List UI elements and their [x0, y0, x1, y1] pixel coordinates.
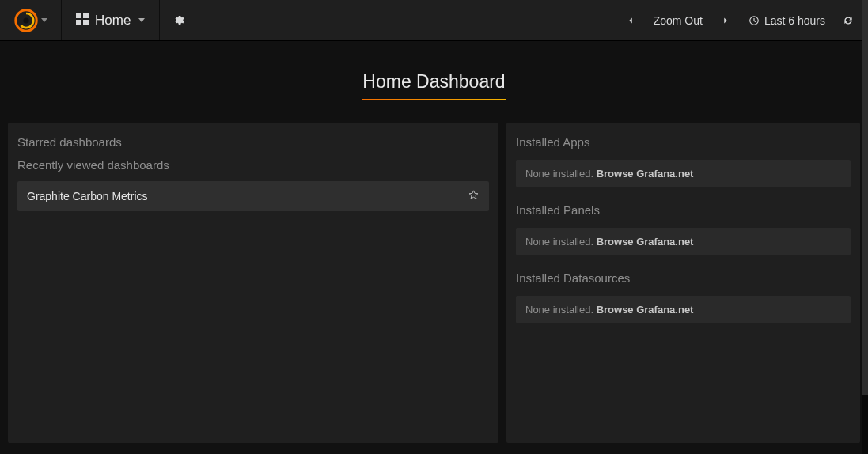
- refresh-button[interactable]: [836, 0, 860, 40]
- svg-rect-3: [83, 13, 89, 18]
- refresh-icon: [843, 15, 854, 26]
- panels-empty-box: None installed. Browse Grafana.net: [516, 228, 851, 255]
- chevron-right-icon: [720, 15, 731, 26]
- dashboard-item-name: Graphite Carbon Metrics: [27, 190, 468, 202]
- time-back-button[interactable]: [619, 0, 642, 40]
- dashboard-list-item[interactable]: Graphite Carbon Metrics: [17, 181, 489, 211]
- svg-rect-5: [83, 20, 89, 25]
- clock-icon: [749, 15, 760, 26]
- navbar-right: Zoom Out Last 6 hours: [619, 0, 868, 40]
- settings-button[interactable]: [160, 0, 197, 40]
- svg-point-1: [23, 17, 28, 23]
- time-range-label: Last 6 hours: [764, 14, 825, 27]
- plugins-panel: Installed Apps None installed. Browse Gr…: [506, 123, 860, 443]
- zoom-out-button[interactable]: Zoom Out: [646, 0, 711, 40]
- installed-panels-header: Installed Panels: [516, 199, 851, 221]
- scrollbar[interactable]: [862, 0, 868, 454]
- dashboard-picker[interactable]: Home: [62, 0, 160, 40]
- dashboards-panel: Starred dashboards Recently viewed dashb…: [8, 123, 498, 443]
- grafana-logo[interactable]: [0, 0, 62, 40]
- star-button[interactable]: [468, 189, 479, 203]
- panels-none-text: None installed.: [525, 236, 597, 248]
- scrollbar-thumb[interactable]: [862, 0, 868, 395]
- svg-rect-2: [76, 13, 81, 18]
- recent-header: Recently viewed dashboards: [17, 153, 489, 176]
- starred-header: Starred dashboards: [17, 131, 489, 153]
- installed-apps-header: Installed Apps: [516, 131, 851, 153]
- logo-caret-icon: [41, 18, 47, 22]
- top-navbar: Home Zoom Out Last 6 hours: [0, 0, 868, 41]
- zoom-out-label: Zoom Out: [654, 14, 703, 27]
- apps-empty-box: None installed. Browse Grafana.net: [516, 160, 851, 187]
- panels-browse-link[interactable]: Browse Grafana.net: [597, 236, 694, 248]
- datasources-empty-box: None installed. Browse Grafana.net: [516, 296, 851, 323]
- datasources-none-text: None installed.: [525, 304, 597, 316]
- apps-browse-link[interactable]: Browse Grafana.net: [597, 168, 694, 180]
- chevron-left-icon: [625, 15, 636, 26]
- star-icon: [468, 189, 479, 201]
- gear-icon: [172, 14, 184, 26]
- dropdown-caret-icon: [138, 18, 145, 22]
- grid-icon: [76, 13, 89, 28]
- dashboard-name: Home: [95, 13, 131, 28]
- apps-none-text: None installed.: [525, 168, 597, 180]
- time-range-button[interactable]: Last 6 hours: [741, 0, 833, 40]
- page-title: Home Dashboard: [362, 71, 505, 100]
- svg-rect-4: [76, 20, 81, 25]
- datasources-browse-link[interactable]: Browse Grafana.net: [597, 304, 694, 316]
- installed-datasources-header: Installed Datasources: [516, 267, 851, 289]
- time-forward-button[interactable]: [714, 0, 737, 40]
